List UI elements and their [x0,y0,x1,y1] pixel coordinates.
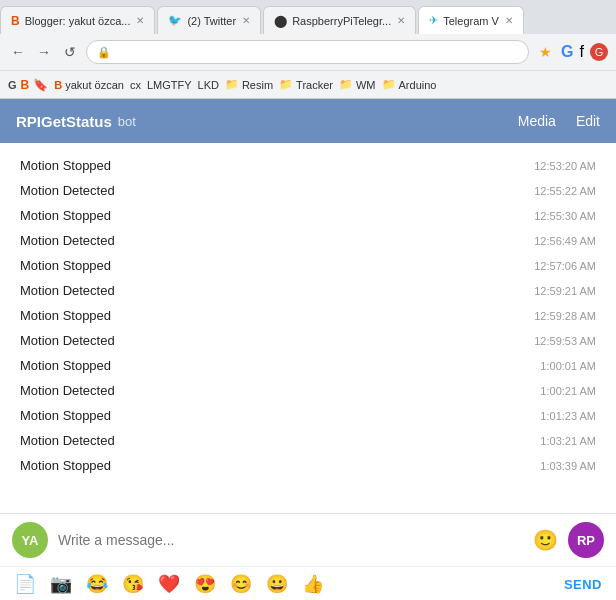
message-row: Motion Stopped 12:57:06 AM [0,253,616,278]
bookmark-yakut-label: yakut özcan [65,79,124,91]
message-time: 1:00:21 AM [540,385,596,397]
input-row: YA 🙂 RP [0,514,616,566]
telegram-icon: ✈ [429,14,438,27]
google-logo: G [561,43,573,61]
bookmark-lkd[interactable]: LKD [198,79,219,91]
attach-file-icon[interactable]: 📄 [14,573,36,595]
tab-blogger-label: Blogger: yakut özca... [25,15,131,27]
bookmark-yakut[interactable]: B yakut özcan [54,79,124,91]
avatar-rp: RP [568,522,604,558]
chat-container: RPIGetStatus bot Media Edit Motion Stopp… [0,99,616,600]
message-time: 12:59:28 AM [534,310,596,322]
github-icon: ⬤ [274,14,287,28]
tab-telegram-label: Telegram V [443,15,499,27]
message-time: 12:59:53 AM [534,335,596,347]
message-text: Motion Detected [20,233,115,248]
bookmark-tracker-label: Tracker [296,79,333,91]
tab-bar: B Blogger: yakut özca... ✕ 🐦 (2) Twitter… [0,0,616,34]
tab-close-raspberrypi[interactable]: ✕ [397,15,405,26]
bookmark-cx[interactable]: cx [130,79,141,91]
message-time: 1:01:23 AM [540,410,596,422]
input-area: YA 🙂 RP 📄 📷 😂😘❤️😍😊😀👍SEND [0,513,616,600]
message-time: 12:53:20 AM [534,160,596,172]
media-button[interactable]: Media [518,113,556,129]
emoji-icon[interactable]: 😍 [194,573,216,595]
emoji-icon[interactable]: ❤️ [158,573,180,595]
message-row: Motion Detected 12:59:53 AM [0,328,616,353]
tab-raspberrypi-label: RaspberryPiTelegr... [292,15,391,27]
tab-telegram[interactable]: ✈ Telegram V ✕ [418,6,524,34]
tab-close-telegram[interactable]: ✕ [505,15,513,26]
bookmark-yakut-icon: B [54,79,62,91]
message-row: Motion Detected 12:55:22 AM [0,178,616,203]
bookmark-tracker[interactable]: 📁 Tracker [279,78,333,91]
message-text: Motion Detected [20,283,115,298]
message-text: Motion Stopped [20,208,111,223]
back-button[interactable]: ← [8,42,28,62]
google-account[interactable]: G [590,43,608,61]
message-row: Motion Stopped 12:53:20 AM [0,153,616,178]
bookmark-resim[interactable]: 📁 Resim [225,78,273,91]
tab-raspberrypi[interactable]: ⬤ RaspberryPiTelegr... ✕ [263,6,416,34]
emoji-button[interactable]: 🙂 [533,528,558,552]
message-row: Motion Detected 1:03:21 AM [0,428,616,453]
message-text: Motion Detected [20,433,115,448]
send-button[interactable]: SEND [564,577,602,592]
bookmark-apps: G B 🔖 [8,78,48,92]
bookmark-arduino[interactable]: 📁 Arduino [382,78,437,91]
tab-twitter[interactable]: 🐦 (2) Twitter ✕ [157,6,261,34]
bookmark-icon-bm: 🔖 [33,78,48,92]
tab-close-twitter[interactable]: ✕ [242,15,250,26]
camera-icon[interactable]: 📷 [50,573,72,595]
message-row: Motion Detected 12:59:21 AM [0,278,616,303]
app-header: RPIGetStatus bot Media Edit [0,99,616,143]
app-header-actions: Media Edit [518,113,600,129]
address-bar[interactable]: 🔒 [86,40,529,64]
message-time: 12:55:30 AM [534,210,596,222]
bookmark-lmgtfy-label: LMGTFY [147,79,192,91]
message-text: Motion Detected [20,333,115,348]
emoji-icon[interactable]: 😀 [266,573,288,595]
bookmark-resim-label: Resim [242,79,273,91]
message-row: Motion Stopped 1:03:39 AM [0,453,616,478]
bookmark-icon-b: B [21,78,30,92]
message-text: Motion Detected [20,383,115,398]
avatar-ya: YA [12,522,48,558]
message-text: Motion Stopped [20,308,111,323]
message-row: Motion Detected 1:00:21 AM [0,378,616,403]
bookmark-icon-g: G [8,79,17,91]
bookmark-lkd-label: LKD [198,79,219,91]
message-text: Motion Stopped [20,458,111,473]
emoji-icon[interactable]: 😂 [86,573,108,595]
message-text: Motion Stopped [20,158,111,173]
bookmark-lmgtfy[interactable]: LMGTFY [147,79,192,91]
app-subtitle: bot [118,114,136,129]
browser-chrome: B Blogger: yakut özca... ✕ 🐦 (2) Twitter… [0,0,616,99]
emoji-icon[interactable]: 👍 [302,573,324,595]
message-text: Motion Detected [20,183,115,198]
message-time: 12:57:06 AM [534,260,596,272]
message-time: 1:03:39 AM [540,460,596,472]
emoji-icon[interactable]: 😊 [230,573,252,595]
star-button[interactable]: ★ [535,42,555,62]
message-text: Motion Stopped [20,358,111,373]
emoji-icon[interactable]: 😘 [122,573,144,595]
message-input[interactable] [58,532,523,548]
app-title: RPIGetStatus [16,113,112,130]
message-time: 12:59:21 AM [534,285,596,297]
tab-close-blogger[interactable]: ✕ [136,15,144,26]
browser-toolbar: ← → ↺ 🔒 ★ G f G [0,34,616,70]
message-list: Motion Stopped 12:53:20 AM Motion Detect… [0,143,616,513]
message-time: 12:56:49 AM [534,235,596,247]
bookmark-bar: G B 🔖 B yakut özcan cx LMGTFY LKD 📁 Resi… [0,70,616,98]
bookmark-wm[interactable]: 📁 WM [339,78,376,91]
message-row: Motion Detected 12:56:49 AM [0,228,616,253]
tab-blogger[interactable]: B Blogger: yakut özca... ✕ [0,6,155,34]
forward-button[interactable]: → [34,42,54,62]
edit-button[interactable]: Edit [576,113,600,129]
reload-button[interactable]: ↺ [60,42,80,62]
emoji-bar: 📄 📷 😂😘❤️😍😊😀👍SEND [0,566,616,600]
message-row: Motion Stopped 1:00:01 AM [0,353,616,378]
blogger-icon: B [11,14,20,28]
message-text: Motion Stopped [20,408,111,423]
